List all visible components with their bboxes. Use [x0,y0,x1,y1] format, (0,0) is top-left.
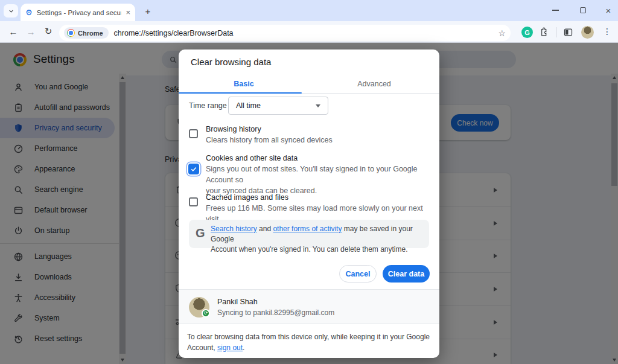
row-subtitle: Signs you out of most sites. You'll stay… [206,164,439,185]
notice-text-line2: Account when you're signed in. You can d… [211,244,429,255]
row-title: Browsing history [206,124,333,135]
checkbox-browsing-history[interactable] [189,129,198,138]
signout-prefix: Account, [187,343,217,352]
tab-close-icon[interactable]: × [126,8,130,17]
google-account-notice: G Search history and other forms of acti… [189,220,429,248]
chevron-down-icon [8,8,14,14]
new-tab-button[interactable]: + [142,5,153,16]
other-activity-link[interactable]: other forms of activity [273,225,342,233]
titlebar: ⚙ Settings - Privacy and security × + × [0,0,618,21]
row-subtitle: Clears history from all synced devices [206,135,333,145]
browser-window: ⚙ Settings - Privacy and security × + × … [0,0,618,364]
dropdown-caret-icon [316,104,320,107]
row-cookies: Cookies and other site data Signs you ou… [206,153,439,196]
profile-avatar[interactable] [581,26,594,39]
reload-button[interactable]: ↻ [40,23,57,40]
sync-status: Syncing to pankil.82995@gmail.com [217,308,334,317]
chrome-logo-icon [67,29,75,37]
row-title: Cookies and other site data [206,153,439,164]
notice-text: Search history and other forms of activi… [211,224,429,255]
account-name: Pankil Shah [217,298,258,306]
sign-out-link[interactable]: sign out [217,343,243,352]
notice-text-mid: and [257,225,273,233]
forward-button[interactable]: → [22,23,39,40]
extensions-button[interactable] [538,27,549,37]
row-browsing-history: Browsing history Clears history from all… [206,124,333,145]
search-history-link[interactable]: Search history [211,225,257,233]
google-g-icon: G [196,226,205,240]
row-title: Cached images and files [206,192,439,203]
time-range-select[interactable]: All time [228,97,328,115]
clear-data-button[interactable]: Clear data [383,265,430,283]
maximize-button[interactable] [571,0,595,21]
chrome-chip: Chrome [64,27,109,39]
clear-browsing-data-dialog: Clear browsing data Basic Advanced Time … [179,49,439,358]
side-panel-icon [563,27,573,37]
tab-basic[interactable]: Basic [179,74,309,94]
minimize-icon [552,10,559,11]
url-text[interactable]: chrome://settings/clearBrowserData [114,29,499,37]
active-tab-underline [179,92,302,94]
maximize-icon [580,7,586,13]
browser-menu-button[interactable]: ⋮ [599,23,616,40]
sync-badge-icon: ⟳ [202,309,210,318]
chip-label: Chrome [78,30,103,37]
cancel-button[interactable]: Cancel [339,265,377,283]
tab-title: Settings - Privacy and security [37,9,122,16]
bookmark-star-icon[interactable]: ☆ [498,28,506,38]
checkbox-cached-images[interactable] [189,197,198,206]
tab-search-button[interactable] [4,4,18,18]
time-range-value: All time [236,101,261,110]
grammarly-extension-icon[interactable]: G [521,27,533,38]
checkbox-cookies[interactable] [188,164,199,174]
signout-section: To clear browsing data from this device … [179,324,439,358]
browser-tab[interactable]: ⚙ Settings - Privacy and security × [21,4,135,21]
minimize-button[interactable] [543,0,567,21]
tab-advanced[interactable]: Advanced [309,74,439,94]
address-bar[interactable]: Chrome chrome://settings/clearBrowserDat… [59,25,511,41]
signout-text-line1: To clear browsing data from this device … [187,332,431,343]
account-section: ⟳ Pankil Shah Syncing to pankil.82995@gm… [179,289,439,324]
checkmark-icon [190,165,197,173]
puzzle-icon [538,27,549,37]
time-range-label: Time range [189,101,227,110]
side-panel-button[interactable] [563,27,573,37]
toolbar-separator [556,27,556,37]
signout-text-line2: Account, sign out. [187,343,431,354]
close-button[interactable]: × [596,0,618,21]
settings-gear-icon: ⚙ [25,8,33,16]
account-avatar: ⟳ [189,297,209,318]
back-button[interactable]: ← [5,23,22,40]
close-icon: × [606,5,611,16]
signout-suffix: . [243,343,244,352]
dialog-title: Clear browsing data [191,57,271,67]
